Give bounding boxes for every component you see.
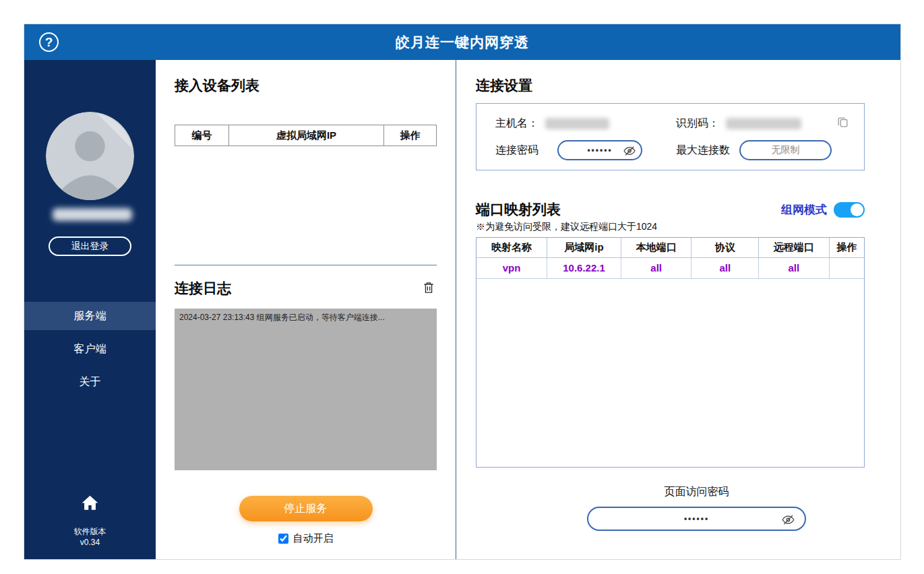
device-col-number: 编号 [175, 125, 229, 146]
mapping-col-lan-ip: 局域网ip [547, 238, 621, 257]
autostart-label: 自动开启 [293, 532, 334, 545]
connection-password-masked: •••••• [587, 146, 612, 155]
trash-icon [422, 287, 435, 297]
mapping-col-local-port: 本地端口 [621, 238, 691, 257]
toggle-page-password-visibility-button[interactable] [781, 513, 795, 527]
mapping-col-action: 操作 [829, 238, 864, 257]
title-bar: ? 皎月连一键内网穿透 [24, 24, 900, 60]
mapping-row-vpn: vpn 10.6.22.1 all all all [476, 257, 864, 278]
mapping-col-remote-port: 远程端口 [759, 238, 830, 257]
help-icon[interactable]: ? [39, 32, 59, 52]
log-title: 连接日志 [175, 279, 231, 298]
toggle-password-visibility-button[interactable] [623, 144, 636, 158]
port-mapping-table-container: 映射名称 局域网ip 本地端口 协议 远程端口 操作 vpn 1 [476, 237, 865, 468]
log-entry: 2024-03-27 23:13:43 组网服务已启动，等待客户端连接... [179, 312, 432, 323]
username-redacted [53, 208, 132, 221]
port-mapping-title: 端口映射列表 [476, 200, 561, 219]
hostname-value-redacted [545, 118, 609, 129]
max-connections-button[interactable]: 无限制 [739, 140, 832, 160]
autostart-checkbox[interactable] [278, 534, 288, 544]
hostname-label: 主机名： [495, 117, 538, 131]
app-title: 皎月连一键内网穿透 [24, 33, 900, 52]
version-label: 软件版本 [24, 526, 156, 538]
page-access-password-label: 页面访问密码 [528, 485, 865, 499]
device-table: 编号 虚拟局域网IP 操作 [175, 125, 437, 146]
connection-password-field[interactable]: •••••• [557, 140, 642, 160]
port-mapping-note: ※为避免访问受限，建议远程端口大于1024 [476, 221, 890, 233]
network-mode-toggle[interactable] [834, 202, 865, 218]
copy-id-button[interactable] [836, 116, 849, 131]
log-output: 2024-03-27 23:13:43 组网服务已启动，等待客户端连接... [175, 309, 437, 470]
toggle-knob [851, 203, 863, 216]
id-code-label: 识别码： [676, 117, 719, 131]
network-mode-label: 组网模式 [781, 202, 827, 218]
eye-slash-icon [623, 150, 636, 160]
device-list-title: 接入设备列表 [175, 76, 437, 95]
section-divider [175, 265, 437, 265]
eye-slash-icon [781, 519, 795, 529]
avatar [46, 112, 134, 200]
id-code-value-redacted [726, 118, 801, 129]
home-icon[interactable] [81, 494, 99, 512]
mapping-cell-remote-port: all [759, 257, 830, 278]
sidebar-item-server[interactable]: 服务端 [24, 302, 156, 330]
mapping-header-row: 映射名称 局域网ip 本地端口 协议 远程端口 操作 [476, 238, 864, 257]
device-table-header-row: 编号 虚拟局域网IP 操作 [175, 125, 437, 146]
page-access-password-field[interactable]: •••••• [587, 507, 806, 531]
clear-log-button[interactable] [421, 279, 437, 298]
mapping-col-protocol: 协议 [691, 238, 759, 257]
device-log-panel: 接入设备列表 编号 虚拟局域网IP 操作 连接日志 [156, 60, 456, 559]
mapping-cell-local-port: all [621, 257, 691, 278]
mapping-cell-name: vpn [476, 257, 547, 278]
main-content: 接入设备列表 编号 虚拟局域网IP 操作 连接日志 [156, 60, 900, 559]
page-access-password-masked: •••••• [684, 514, 709, 523]
mapping-cell-action [829, 257, 864, 278]
mapping-cell-lan-ip: 10.6.22.1 [547, 257, 621, 278]
app-window: ? 皎月连一键内网穿透 退出登录 服务端 客户端 关于 [24, 24, 901, 560]
sidebar-item-about[interactable]: 关于 [24, 368, 156, 396]
stop-service-button[interactable]: 停止服务 [239, 496, 373, 521]
logout-button[interactable]: 退出登录 [49, 236, 131, 256]
sidebar-item-client[interactable]: 客户端 [24, 335, 156, 363]
sidebar: 退出登录 服务端 客户端 关于 软件版本 v0.34 [24, 60, 156, 559]
connection-settings-title: 连接设置 [476, 76, 890, 95]
version-number: v0.34 [24, 538, 156, 547]
connection-password-label: 连接密码 [495, 144, 538, 158]
mapping-col-name: 映射名称 [476, 238, 547, 257]
sidebar-menu: 服务端 客户端 关于 [24, 302, 156, 401]
mapping-cell-protocol: all [691, 257, 759, 278]
device-col-vlan-ip: 虚拟局域网IP [229, 125, 384, 146]
copy-icon [836, 121, 849, 131]
connection-settings-box: 主机名： 识别码： [476, 103, 865, 170]
device-col-action: 操作 [384, 125, 437, 146]
max-connections-label: 最大连接数 [676, 144, 730, 158]
port-mapping-table: 映射名称 局域网ip 本地端口 协议 远程端口 操作 vpn 1 [476, 238, 864, 279]
connection-panel: 连接设置 主机名： 识别码： [456, 60, 900, 559]
